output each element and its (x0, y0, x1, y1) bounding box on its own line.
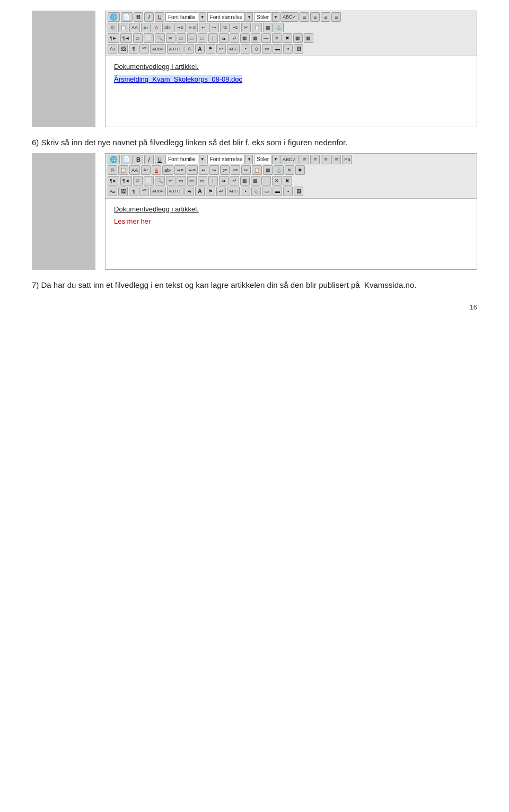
flag-icon-2[interactable]: ⚑ (206, 187, 215, 196)
redo-icon-2[interactable]: ↪ (209, 165, 219, 175)
table-icon-2[interactable]: ▦ (263, 165, 273, 175)
aa-icon-2[interactable]: AA (129, 165, 140, 175)
font-storrelse-arrow[interactable]: ▼ (245, 12, 253, 22)
align-left-icon[interactable]: ≡ (300, 12, 309, 22)
anchor-icon-2[interactable]: ⚓ (274, 165, 284, 175)
search-icon[interactable]: 🔍 (155, 33, 165, 43)
highlight-icon[interactable]: ab· (162, 23, 173, 32)
indent-icon[interactable]: ⇥≡ (174, 23, 186, 32)
more1-icon[interactable]: ▦ (293, 33, 303, 43)
align-center-icon[interactable]: ≡ (310, 12, 320, 22)
grid1-icon-2[interactable]: ▦ (240, 176, 250, 186)
rect2-icon-2[interactable]: ▬ (273, 187, 282, 196)
subscript-icon[interactable]: A± (141, 23, 151, 32)
underline-button-2[interactable]: U (155, 155, 164, 164)
ul-icon[interactable]: •≡ (231, 23, 240, 32)
font-color-icon-2[interactable]: A (152, 165, 161, 175)
font-storrelse-dropdown[interactable]: Font størrelse ▼ (207, 12, 253, 22)
ol-icon-2[interactable]: :≡ (220, 165, 230, 175)
abc-check-icon[interactable]: ABC✓ (280, 12, 299, 22)
italic-button[interactable]: I (144, 12, 154, 22)
clipboard-icon-2[interactable]: 📋 (252, 165, 262, 175)
rect3-icon-2[interactable]: ▪ (283, 187, 293, 196)
diamond-icon[interactable]: ◇ (251, 44, 261, 54)
bigA-icon[interactable]: A (195, 44, 205, 54)
pilcrow-icon-2[interactable]: ¶► (108, 176, 119, 186)
align-justify-icon[interactable]: ≡ (331, 12, 341, 22)
pilcrow2-icon[interactable]: ¶◄ (120, 33, 132, 43)
ol-icon[interactable]: :≡ (220, 23, 230, 32)
strikeA-icon-2[interactable]: A (185, 187, 194, 196)
page2-icon[interactable]: ⬜ (144, 33, 154, 43)
smiley-icon-2[interactable]: ☺ (133, 176, 143, 186)
x2-icon-2[interactable]: ✖ (283, 176, 292, 186)
outdent-icon-2[interactable]: ⇤≡ (187, 165, 198, 175)
copy-icon[interactable]: ⎘ (108, 23, 117, 32)
font-familie-dropdown[interactable]: Font familie ▼ (165, 12, 206, 22)
abc3-icon-2[interactable]: ABC (227, 187, 240, 196)
bold-button[interactable]: B (134, 12, 143, 22)
image-icon[interactable]: 🖼 (118, 44, 128, 54)
x4-icon[interactable]: ✖ (295, 165, 305, 175)
font-familie-dropdown-2[interactable]: Font familie ▼ (165, 155, 206, 164)
abc2-icon[interactable]: A.B.C. (167, 44, 183, 54)
pilcrow3-icon[interactable]: ¶ (129, 44, 138, 54)
dash-icon[interactable]: — (261, 33, 271, 43)
abc2-icon-2[interactable]: A.B.C. (167, 187, 183, 196)
globe-icon-2[interactable]: 🌐 (108, 155, 120, 164)
stiler-dropdown-2[interactable]: Stiler ▼ (254, 155, 279, 164)
x3-icon[interactable]: ✕ (285, 165, 294, 175)
search-icon-2[interactable]: 🔍 (155, 176, 165, 186)
clipboard-icon[interactable]: 📋 (252, 23, 262, 32)
box1-icon-2[interactable]: ▭ (177, 176, 186, 186)
grid2-icon[interactable]: ▦ (251, 33, 260, 43)
box3-icon-2[interactable]: ▭ (198, 176, 207, 186)
pilcrow-icon[interactable]: ¶► (108, 33, 119, 43)
subscript-icon-2[interactable]: A± (141, 165, 151, 175)
indent-icon-2[interactable]: ⇥≡ (174, 165, 186, 175)
abbr-icon[interactable]: ABBR (150, 44, 166, 54)
dot-icon-2[interactable]: • (241, 187, 250, 196)
redo-icon[interactable]: ↪ (209, 23, 219, 32)
sub-icon-2[interactable]: x₂ (219, 176, 229, 186)
sub-icon[interactable]: x₂ (219, 33, 229, 43)
more2-icon[interactable]: ▦ (304, 33, 313, 43)
undo2-icon[interactable]: ↩ (216, 44, 226, 54)
x2-icon[interactable]: ✖ (283, 33, 292, 43)
edit-icon-2[interactable]: ✏ (166, 176, 175, 186)
stiler-arrow-2[interactable]: ▼ (272, 155, 279, 164)
table-icon[interactable]: ▦ (263, 23, 273, 32)
bigA-icon-2[interactable]: A (195, 187, 205, 196)
paste-icon-2[interactable]: 📋 (118, 165, 128, 175)
page-icon[interactable]: 📄 (121, 12, 133, 22)
fontsize2-icon-2[interactable]: A₄ (108, 187, 117, 196)
pilcrow3-icon-2[interactable]: ¶ (129, 187, 138, 196)
highlight-icon-2[interactable]: ab· (162, 165, 173, 175)
page2-icon-2[interactable]: ⬜ (144, 176, 154, 186)
rect2-icon[interactable]: ▬ (273, 44, 282, 54)
photo-icon[interactable]: 🖼 (294, 44, 303, 54)
font-storrelse-arrow-2[interactable]: ▼ (245, 155, 253, 164)
aa-icon[interactable]: AA (129, 23, 140, 32)
image-icon-2[interactable]: 🖼 (118, 187, 128, 196)
dash-icon-2[interactable]: — (261, 176, 271, 186)
align-right-icon-2[interactable]: ≡ (321, 155, 330, 164)
flag-icon[interactable]: ⚑ (206, 44, 215, 54)
99-icon-2[interactable]: ❝❞ (139, 187, 149, 196)
align-justify-icon-2[interactable]: ≡ (331, 155, 341, 164)
undo-icon-2[interactable]: ↩ (199, 165, 208, 175)
edit-icon[interactable]: ✏ (166, 33, 175, 43)
globe-icon[interactable]: 🌐 (108, 12, 120, 22)
underline-button[interactable]: U (155, 12, 164, 22)
stiler-dropdown[interactable]: Stiler ▼ (254, 12, 279, 22)
cross-icon-2[interactable]: ✕ (272, 176, 282, 186)
font-familie-arrow[interactable]: ▼ (199, 12, 206, 22)
box3-icon[interactable]: ▭ (198, 33, 207, 43)
sup-icon-2[interactable]: x² (230, 176, 239, 186)
font-familie-arrow-2[interactable]: ▼ (199, 155, 206, 164)
abc-check-icon-2[interactable]: ABC✓ (280, 155, 299, 164)
rect1-icon-2[interactable]: ▭ (262, 187, 271, 196)
anchor-icon[interactable]: ⚓ (274, 23, 284, 32)
font-color-icon[interactable]: A (152, 23, 161, 32)
grid1-icon[interactable]: ▦ (240, 33, 250, 43)
